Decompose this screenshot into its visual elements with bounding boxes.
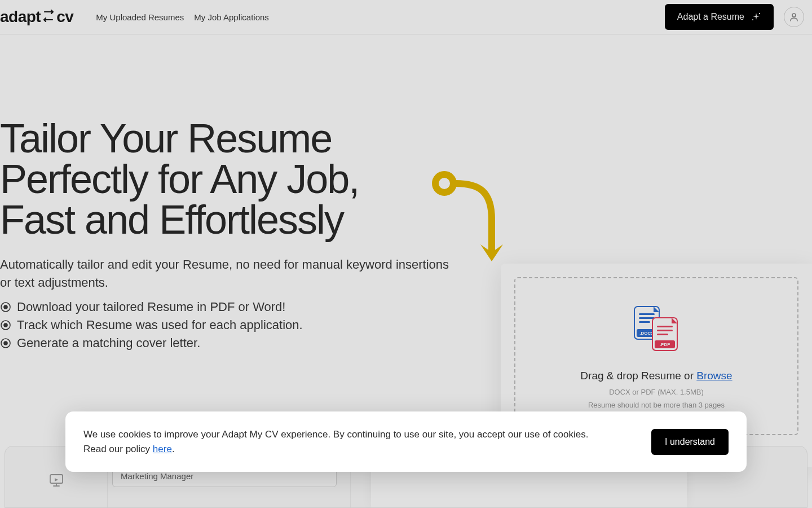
hero-section: Tailor Your Resume Perfectly for Any Job… <box>0 118 812 351</box>
svg-text:.PDF: .PDF <box>660 342 670 347</box>
cookie-text-part2: . <box>172 444 175 454</box>
dropzone-prefix: Drag & drop Resume or <box>580 370 696 382</box>
logo-text-part1: adapt <box>0 8 41 26</box>
job-title-value: Marketing Manager <box>121 471 193 481</box>
cookie-banner: We use cookies to improve your Adapt My … <box>65 411 747 472</box>
svg-point-1 <box>752 19 753 20</box>
svg-point-4 <box>4 305 7 309</box>
nav-job-applications[interactable]: My Job Applications <box>194 12 269 22</box>
svg-rect-17 <box>657 326 673 327</box>
target-icon <box>0 301 11 313</box>
svg-rect-13 <box>639 321 650 323</box>
nav-uploaded-resumes[interactable]: My Uploaded Resumes <box>96 12 184 22</box>
user-avatar-button[interactable] <box>784 7 804 27</box>
hero-title: Tailor Your Resume Perfectly for Any Job… <box>0 118 429 240</box>
svg-point-2 <box>792 14 796 17</box>
dropzone-hint-pages: Resume should not be more than 3 pages <box>527 401 786 409</box>
svg-rect-18 <box>657 330 673 331</box>
feature-text: Download your tailored Resume in PDF or … <box>17 300 285 314</box>
svg-point-9 <box>435 174 453 192</box>
svg-rect-19 <box>657 334 668 335</box>
file-type-icons: .DOCX .PDF <box>527 305 786 354</box>
adapt-resume-label: Adapt a Resume <box>677 12 744 22</box>
logo[interactable]: adapt cv <box>0 8 73 26</box>
logo-swap-icon <box>41 8 56 26</box>
adapt-resume-button[interactable]: Adapt a Resume <box>665 4 774 30</box>
browse-link[interactable]: Browse <box>696 370 732 382</box>
svg-point-6 <box>4 323 7 327</box>
feature-text: Track which Resume was used for each app… <box>17 318 303 332</box>
svg-rect-11 <box>639 313 655 315</box>
cookie-text: We use cookies to improve your Adapt My … <box>83 427 591 456</box>
target-icon <box>0 319 11 331</box>
nav: My Uploaded Resumes My Job Applications <box>96 12 268 22</box>
cookie-accept-button[interactable]: I understand <box>651 429 729 455</box>
cookie-policy-link[interactable]: here <box>153 444 172 454</box>
monitor-icon <box>49 474 64 489</box>
user-icon <box>789 12 799 22</box>
hero-subtitle: Automatically tailor and edit your Resum… <box>0 256 451 292</box>
logo-text-part2: cv <box>56 8 73 26</box>
target-icon <box>0 338 11 349</box>
sparkle-icon <box>751 12 761 22</box>
feature-text: Generate a matching cover letter. <box>17 336 200 351</box>
dropzone-hint-format: DOCX or PDF (MAX. 1.5MB) <box>527 388 786 396</box>
arrow-decoration <box>429 169 519 273</box>
svg-rect-12 <box>639 317 655 319</box>
svg-point-0 <box>759 13 760 14</box>
header: adapt cv My Uploaded Resumes My Job Appl… <box>0 0 812 34</box>
svg-point-8 <box>4 341 7 345</box>
dropzone-text: Drag & drop Resume or Browse <box>527 370 786 382</box>
